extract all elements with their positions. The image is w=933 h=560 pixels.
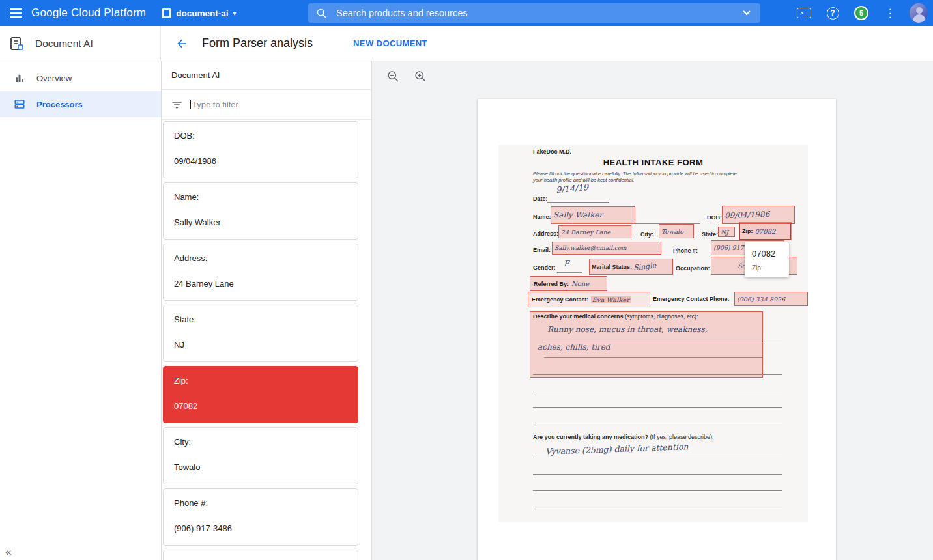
dob-label: DOB: — [707, 214, 722, 221]
project-name: document-ai — [176, 8, 228, 18]
occupation-label: Occupation: — [676, 265, 710, 272]
dob-highlight[interactable]: 09/04/1986 — [722, 206, 795, 224]
field-card-state[interactable]: State: NJ — [163, 305, 358, 362]
field-value: NJ — [174, 340, 347, 350]
state-highlight[interactable]: NJ — [718, 227, 735, 237]
project-icon — [162, 8, 171, 18]
state-label: State: — [702, 231, 718, 238]
medication-label-rest: (If yes, please describe): — [648, 434, 714, 440]
app-brand: Document AI — [0, 26, 161, 61]
marital-status-highlight[interactable]: Marital Status: Single — [589, 259, 673, 275]
scanned-form: FakeDoc M.D. HEALTH INTAKE FORM Please f… — [498, 145, 808, 522]
zip-highlight-selected[interactable]: Zip: 07082 — [739, 223, 791, 240]
entities-panel: Document AI DOB: 09/04/1986 Name: Sally … — [161, 61, 372, 560]
search-bar[interactable] — [308, 3, 760, 23]
field-card-city[interactable]: City: Towalo — [163, 427, 358, 484]
tooltip-value: 07082 — [752, 249, 782, 259]
zoom-in-icon[interactable] — [412, 68, 428, 84]
field-card-zip[interactable]: Zip: 07082 — [163, 366, 358, 423]
address-label: Address: — [533, 231, 558, 237]
search-chevron-down-icon[interactable] — [741, 8, 753, 18]
field-card-list: DOB: 09/04/1986 Name: Sally Walker Addre… — [162, 120, 371, 560]
help-icon[interactable]: ? — [824, 4, 842, 22]
field-label: DOB: — [174, 131, 347, 141]
field-label: City: — [174, 437, 347, 447]
date-value: 9/14/19 — [555, 182, 588, 195]
name-highlight[interactable]: Sally Walker — [551, 206, 635, 223]
city-label: City: — [640, 231, 653, 238]
hamburger-bars — [10, 7, 22, 19]
document-ai-app: Google Cloud Platform document-ai ▾ >_ ?… — [0, 0, 933, 560]
medication-label: Are you currently taking any medication?… — [533, 434, 714, 440]
address-highlight[interactable]: 24 Barney Lane — [558, 225, 631, 238]
search-input[interactable] — [336, 8, 741, 18]
field-card-address[interactable]: Address: 24 Barney Lane — [163, 244, 358, 301]
field-value: 07082 — [174, 401, 347, 411]
email-highlight[interactable]: Sally.walker@cmail.com — [552, 242, 661, 255]
referred-by-highlight[interactable]: Referred By: None — [530, 276, 607, 291]
form-clinic: FakeDoc M.D. — [533, 148, 571, 155]
concerns-label-bold: Describe your medical concerns — [533, 313, 624, 320]
collapse-sidebar-icon[interactable]: « — [5, 546, 11, 559]
field-value: 24 Barney Lane — [174, 279, 347, 288]
emergency-contact-highlight[interactable]: Emergency Contact: Eva Walker — [528, 292, 650, 307]
topbar-actions: >_ ? 5 ⋮ — [795, 0, 928, 26]
field-label: Address: — [174, 253, 347, 263]
filter-row[interactable] — [162, 90, 371, 120]
email-label: Email: — [533, 247, 551, 253]
cloud-shell-icon[interactable]: >_ — [795, 4, 813, 22]
emergency-phone-highlight[interactable]: (906) 334-8926 — [734, 292, 808, 306]
field-label: Zip: — [174, 376, 347, 385]
viewer-toolbar — [372, 61, 933, 91]
tooltip-label: Zip: — [752, 264, 782, 272]
medication-label-bold: Are you currently taking any medication? — [533, 434, 648, 440]
panel-breadcrumb: Document AI — [171, 70, 220, 80]
medication-value: Vyvanse (25mg) daily for attention — [545, 441, 689, 456]
field-card-dob[interactable]: DOB: 09/04/1986 — [163, 121, 358, 178]
page-title: Form Parser analysis — [202, 36, 313, 50]
text-cursor — [190, 100, 191, 109]
concerns-label-rest: (symptoms, diagnoses, etc): — [624, 313, 698, 320]
new-document-button[interactable]: NEW DOCUMENT — [353, 38, 427, 48]
form-title: HEALTH INTAKE FORM — [498, 158, 808, 167]
project-selector[interactable]: document-ai ▾ — [162, 8, 236, 18]
document-page[interactable]: FakeDoc M.D. HEALTH INTAKE FORM Please f… — [478, 99, 836, 560]
top-navigation-bar: Google Cloud Platform document-ai ▾ >_ ?… — [0, 0, 933, 26]
field-card-partial[interactable] — [163, 550, 358, 560]
hamburger-menu-icon[interactable] — [0, 0, 31, 26]
emergency-phone-label: Emergency Contact Phone: — [653, 296, 730, 302]
gcp-logo[interactable]: Google Cloud Platform — [31, 7, 146, 20]
processors-icon — [14, 98, 25, 110]
more-options-icon[interactable]: ⋮ — [881, 4, 899, 22]
document-viewer: FakeDoc M.D. HEALTH INTAKE FORM Please f… — [372, 61, 933, 560]
notification-badge[interactable]: 5 — [852, 4, 870, 22]
search-icon — [316, 8, 327, 19]
city-highlight[interactable]: Towalo — [659, 224, 694, 238]
phone-label: Phone #: — [673, 247, 698, 254]
field-label: State: — [174, 315, 347, 324]
back-arrow-icon[interactable] — [171, 33, 193, 55]
bar-chart-icon — [14, 72, 25, 84]
field-value: (906) 917-3486 — [174, 524, 347, 533]
field-value: 09/04/1986 — [174, 156, 347, 166]
page-header: Document AI Form Parser analysis NEW DOC… — [0, 26, 933, 61]
concerns-line1: Runny nose, mucus in throat, weakness, — [547, 325, 707, 334]
chevron-down-icon: ▾ — [233, 10, 236, 17]
sidebar-item-overview[interactable]: Overview — [0, 65, 161, 91]
sidebar-item-processors[interactable]: Processors — [0, 91, 161, 117]
filter-input[interactable] — [192, 100, 342, 109]
avatar[interactable] — [910, 4, 928, 22]
concerns-label: Describe your medical concerns (symptoms… — [533, 313, 698, 320]
zoom-out-icon[interactable] — [385, 68, 401, 84]
field-tooltip: 07082 Zip: — [745, 242, 789, 277]
field-card-phone[interactable]: Phone #: (906) 917-3486 — [163, 488, 358, 546]
gender-value: F — [564, 259, 569, 268]
field-value: Sally Walker — [174, 217, 347, 227]
sidebar: Overview Processors « — [0, 61, 161, 560]
field-value: Towalo — [174, 462, 347, 472]
gender-label: Gender: — [533, 264, 556, 271]
panel-title-row: Document AI — [162, 61, 371, 90]
field-label: Name: — [174, 192, 347, 202]
field-card-name[interactable]: Name: Sally Walker — [163, 182, 358, 240]
sidebar-item-label: Overview — [36, 74, 72, 83]
